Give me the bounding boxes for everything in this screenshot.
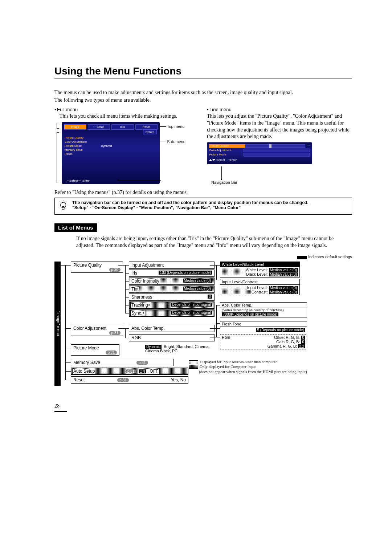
page-number-bar: [54, 411, 67, 412]
osd-footer: -, +:Select ↵ :Enter: [65, 179, 90, 182]
list-of-menus-head: List of Menus: [54, 223, 97, 232]
page-number: 28: [54, 403, 352, 409]
intro-p1: The menus can be used to make adjustment…: [54, 89, 352, 96]
osd-item: Picture Quality: [65, 136, 157, 140]
full-menu-label: Full menu: [54, 107, 200, 112]
osd-tab-reset: Reset: [135, 124, 158, 130]
line-menu-label: Line menu: [207, 107, 352, 112]
node-picture-quality: Picture Qualityp.30: [71, 262, 123, 273]
osd-line-row: Color Adjustment: [209, 148, 310, 153]
picture-mode-values: Dynamic, Bright, Standard, Cinema, Cinem…: [145, 344, 211, 353]
osd-return: Return: [143, 130, 157, 134]
node {node-color-intensity}: Color IntensityMedian value (0): [129, 278, 215, 285]
node-picture-mode: Picture Modep.31: [71, 344, 119, 356]
title-rule: [54, 78, 352, 78]
box-white-black-level: White Level/Black Level White Level: Med…: [220, 262, 300, 278]
svg-line-4: [60, 201, 60, 202]
footnotes: Displayed for input sources other than c…: [189, 360, 309, 374]
osd-item: Memory Save: [65, 148, 157, 152]
node-input-adj: Input Adjustment: [129, 262, 215, 269]
osd-line-row: Picture Mode: [209, 153, 310, 157]
node-reset: Resetp.31Yes, No: [71, 376, 188, 384]
intro-p2: The following two types of menu are avai…: [54, 97, 352, 104]
node-sync: Sync.‣Depends on input signal: [129, 309, 215, 317]
menu-tree: "Image" menu Picture Qualityp.30 Color A…: [54, 262, 352, 392]
node-iris: Iris100 (Depends on picture mode): [129, 270, 215, 277]
osd-tab-info: Info: [111, 124, 134, 130]
osd-item: Reset: [65, 152, 157, 156]
box-rgb: RGB Offset R, G, B: 0 Gain R, G, B: 0 Ga…: [220, 334, 307, 349]
list-of-menus-body: If no image signals are being input, set…: [76, 235, 352, 249]
node-rgb: RGB: [129, 334, 215, 341]
svg-line-5: [66, 201, 67, 202]
osd-line-row: Picture Quality↵: [209, 144, 310, 148]
full-menu-osd: Image ↵ Setup Info Reset Return Picture …: [62, 122, 160, 184]
svg-point-0: [61, 202, 66, 208]
intro: The menus can be used to make adjustment…: [54, 89, 352, 104]
node-color-adjustment: Color Adjustmentp.31: [71, 325, 123, 336]
callout-nav-bar: Navigation Bar: [211, 180, 237, 185]
node-memory-save: Memory Savep.31: [71, 359, 174, 366]
svg-rect-6: [62, 208, 64, 210]
callout-sub-menu: Sub-menu: [167, 139, 185, 144]
osd-item: Color Adjustment: [65, 140, 157, 144]
node-abs-color-temp: Abs. Color Temp.: [129, 325, 215, 332]
legend: indicates default settings: [54, 255, 352, 259]
full-menu-desc: This lets you check all menu items while…: [60, 113, 200, 120]
osd-tab-image: Image: [64, 124, 86, 130]
osd-tab-setup: ↵ Setup: [88, 124, 110, 130]
node-auto-setup: Auto Setup p.31 ON , OFF: [71, 368, 188, 375]
osd-line-footer: :Select ↵:Enter: [209, 158, 310, 162]
osd-item: Picture ModeDynamic: [65, 144, 157, 148]
box-input-level-contrast: Input Level/Contrast Input Level: Median…: [220, 279, 300, 295]
line-menu-desc: This lets you adjust the "Picture Qualit…: [207, 113, 352, 141]
tip-box: The navigation bar can be turned on and …: [54, 198, 352, 215]
tip-icon: [58, 200, 69, 212]
node-tracking: Tracking‣Depends on input signal: [129, 301, 215, 309]
node-sharpness: Sharpness0: [129, 293, 215, 301]
line-menu-osd: Picture Quality↵ Color Adjustment Pictur…: [207, 142, 312, 164]
refer-text: Refer to "Using the menus" (p.37) for de…: [54, 190, 352, 195]
node-tint: TintMedian value (0): [129, 285, 215, 293]
page-title: Using the Menu Functions: [54, 65, 352, 77]
tip-line2: "Setup" - "On-Screen Display" - "Menu Po…: [72, 205, 241, 210]
side-tab-image-menu: "Image" menu: [54, 262, 61, 386]
box-flesh-tone: Flesh Tone 5 (Depends on picture mode): [220, 321, 307, 333]
box-abs-color-temp: Abs. Color Temp. (Varies depending on co…: [220, 302, 307, 317]
tip-line1: The navigation bar can be turned on and …: [72, 200, 309, 205]
callout-top-menu: Top menu: [167, 124, 184, 129]
